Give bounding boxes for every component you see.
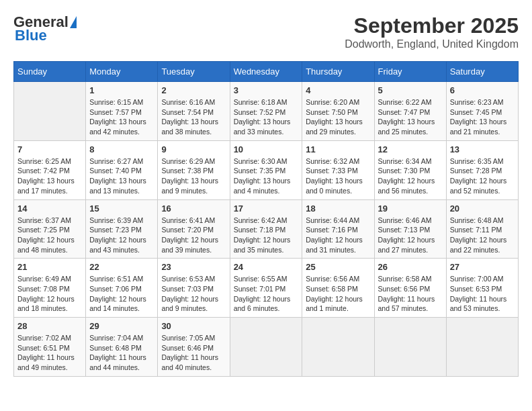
day-detail: Sunrise: 7:04 AMSunset: 6:48 PMDaylight:… [89,333,154,373]
calendar-cell [302,318,374,377]
day-number: 7 [17,144,82,154]
header-tuesday: Tuesday [158,62,230,82]
logo: General Blue [13,13,74,44]
page-subtitle: Dodworth, England, United Kingdom [345,38,519,50]
calendar-cell: 26Sunrise: 6:58 AMSunset: 6:56 PMDayligh… [374,259,446,318]
calendar-cell: 17Sunrise: 6:42 AMSunset: 7:18 PMDayligh… [230,199,302,259]
calendar-cell: 12Sunrise: 6:34 AMSunset: 7:30 PMDayligh… [374,140,446,199]
calendar-cell [446,318,518,377]
day-detail: Sunrise: 6:58 AMSunset: 6:56 PMDaylight:… [378,274,443,314]
calendar-cell: 24Sunrise: 6:55 AMSunset: 7:01 PMDayligh… [230,259,302,318]
calendar-cell: 11Sunrise: 6:32 AMSunset: 7:33 PMDayligh… [302,140,374,199]
calendar-cell: 19Sunrise: 6:46 AMSunset: 7:13 PMDayligh… [374,199,446,259]
day-detail: Sunrise: 6:53 AMSunset: 7:03 PMDaylight:… [161,274,226,314]
day-number: 28 [17,321,82,331]
day-number: 20 [450,203,515,214]
calendar-cell [230,318,302,377]
calendar-cell: 5Sunrise: 6:22 AMSunset: 7:47 PMDaylight… [374,82,446,141]
header-monday: Monday [86,62,158,82]
title-area: September 2025 Dodworth, England, United… [345,13,519,50]
day-detail: Sunrise: 7:05 AMSunset: 6:46 PMDaylight:… [161,333,226,373]
day-detail: Sunrise: 6:29 AMSunset: 7:38 PMDaylight:… [161,156,226,196]
calendar-cell: 13Sunrise: 6:35 AMSunset: 7:28 PMDayligh… [446,140,518,199]
day-detail: Sunrise: 6:23 AMSunset: 7:45 PMDaylight:… [450,97,515,137]
day-number: 27 [450,262,515,272]
day-detail: Sunrise: 6:51 AMSunset: 7:06 PMDaylight:… [89,274,154,314]
day-number: 8 [89,144,154,154]
calendar-cell: 21Sunrise: 6:49 AMSunset: 7:08 PMDayligh… [14,259,86,318]
day-detail: Sunrise: 6:27 AMSunset: 7:40 PMDaylight:… [89,156,154,196]
calendar-cell: 2Sunrise: 6:16 AMSunset: 7:54 PMDaylight… [158,82,230,141]
calendar-cell: 29Sunrise: 7:04 AMSunset: 6:48 PMDayligh… [86,318,158,377]
calendar-cell: 22Sunrise: 6:51 AMSunset: 7:06 PMDayligh… [86,259,158,318]
day-detail: Sunrise: 6:30 AMSunset: 7:35 PMDaylight:… [234,156,299,196]
day-detail: Sunrise: 6:55 AMSunset: 7:01 PMDaylight:… [234,274,299,314]
calendar-cell: 8Sunrise: 6:27 AMSunset: 7:40 PMDaylight… [86,140,158,199]
day-number: 23 [161,262,226,272]
day-detail: Sunrise: 6:18 AMSunset: 7:52 PMDaylight:… [234,97,299,137]
calendar-cell: 6Sunrise: 6:23 AMSunset: 7:45 PMDaylight… [446,82,518,141]
header-saturday: Saturday [446,62,518,82]
day-detail: Sunrise: 6:42 AMSunset: 7:18 PMDaylight:… [234,216,299,255]
calendar-cell: 4Sunrise: 6:20 AMSunset: 7:50 PMDaylight… [302,82,374,141]
calendar-cell [14,82,86,141]
calendar-table: SundayMondayTuesdayWednesdayThursdayFrid… [13,61,519,377]
day-detail: Sunrise: 7:02 AMSunset: 6:51 PMDaylight:… [17,333,82,373]
calendar-cell: 27Sunrise: 7:00 AMSunset: 6:53 PMDayligh… [446,259,518,318]
calendar-cell: 7Sunrise: 6:25 AMSunset: 7:42 PMDaylight… [14,140,86,199]
day-detail: Sunrise: 6:44 AMSunset: 7:16 PMDaylight:… [306,216,370,255]
day-detail: Sunrise: 6:49 AMSunset: 7:08 PMDaylight:… [17,274,82,314]
day-detail: Sunrise: 7:00 AMSunset: 6:53 PMDaylight:… [450,274,515,314]
header-wednesday: Wednesday [230,62,302,82]
day-detail: Sunrise: 6:32 AMSunset: 7:33 PMDaylight:… [306,156,370,196]
day-number: 17 [234,203,299,214]
calendar-cell: 15Sunrise: 6:39 AMSunset: 7:23 PMDayligh… [86,199,158,259]
calendar-header: SundayMondayTuesdayWednesdayThursdayFrid… [14,62,519,82]
calendar-cell: 28Sunrise: 7:02 AMSunset: 6:51 PMDayligh… [14,318,86,377]
day-detail: Sunrise: 6:16 AMSunset: 7:54 PMDaylight:… [161,97,226,137]
calendar-cell [374,318,446,377]
day-number: 14 [17,203,82,214]
day-number: 16 [161,203,226,214]
header-friday: Friday [374,62,446,82]
calendar-cell: 3Sunrise: 6:18 AMSunset: 7:52 PMDaylight… [230,82,302,141]
day-number: 11 [306,144,370,154]
calendar-cell: 20Sunrise: 6:48 AMSunset: 7:11 PMDayligh… [446,199,518,259]
calendar-cell: 9Sunrise: 6:29 AMSunset: 7:38 PMDaylight… [158,140,230,199]
day-detail: Sunrise: 6:15 AMSunset: 7:57 PMDaylight:… [89,97,154,137]
calendar-cell: 25Sunrise: 6:56 AMSunset: 6:58 PMDayligh… [302,259,374,318]
day-number: 22 [89,262,154,272]
day-detail: Sunrise: 6:20 AMSunset: 7:50 PMDaylight:… [306,97,370,137]
logo-blue-text: Blue [15,27,47,44]
day-number: 30 [161,321,226,331]
day-detail: Sunrise: 6:35 AMSunset: 7:28 PMDaylight:… [450,156,515,196]
day-number: 15 [89,203,154,214]
day-number: 29 [89,321,154,331]
calendar-body: 1Sunrise: 6:15 AMSunset: 7:57 PMDaylight… [14,82,519,377]
day-number: 2 [161,85,226,95]
day-number: 12 [378,144,443,154]
day-number: 26 [378,262,443,272]
day-detail: Sunrise: 6:39 AMSunset: 7:23 PMDaylight:… [89,216,154,255]
day-number: 25 [306,262,370,272]
day-number: 5 [378,85,443,95]
day-detail: Sunrise: 6:46 AMSunset: 7:13 PMDaylight:… [378,216,443,255]
calendar-cell: 30Sunrise: 7:05 AMSunset: 6:46 PMDayligh… [158,318,230,377]
day-number: 4 [306,85,370,95]
page-title: September 2025 [345,13,519,38]
calendar-cell: 1Sunrise: 6:15 AMSunset: 7:57 PMDaylight… [86,82,158,141]
day-detail: Sunrise: 6:41 AMSunset: 7:20 PMDaylight:… [161,216,226,255]
calendar-cell: 14Sunrise: 6:37 AMSunset: 7:25 PMDayligh… [14,199,86,259]
day-number: 1 [89,85,154,95]
calendar-cell: 10Sunrise: 6:30 AMSunset: 7:35 PMDayligh… [230,140,302,199]
day-detail: Sunrise: 6:48 AMSunset: 7:11 PMDaylight:… [450,216,515,255]
day-number: 9 [161,144,226,154]
day-detail: Sunrise: 6:34 AMSunset: 7:30 PMDaylight:… [378,156,443,196]
day-detail: Sunrise: 6:25 AMSunset: 7:42 PMDaylight:… [17,156,82,196]
calendar-cell: 23Sunrise: 6:53 AMSunset: 7:03 PMDayligh… [158,259,230,318]
page-header: General Blue September 2025 Dodworth, En… [13,13,519,50]
logo-triangle-icon [70,16,77,28]
day-detail: Sunrise: 6:37 AMSunset: 7:25 PMDaylight:… [17,216,82,255]
day-detail: Sunrise: 6:22 AMSunset: 7:47 PMDaylight:… [378,97,443,137]
day-number: 13 [450,144,515,154]
